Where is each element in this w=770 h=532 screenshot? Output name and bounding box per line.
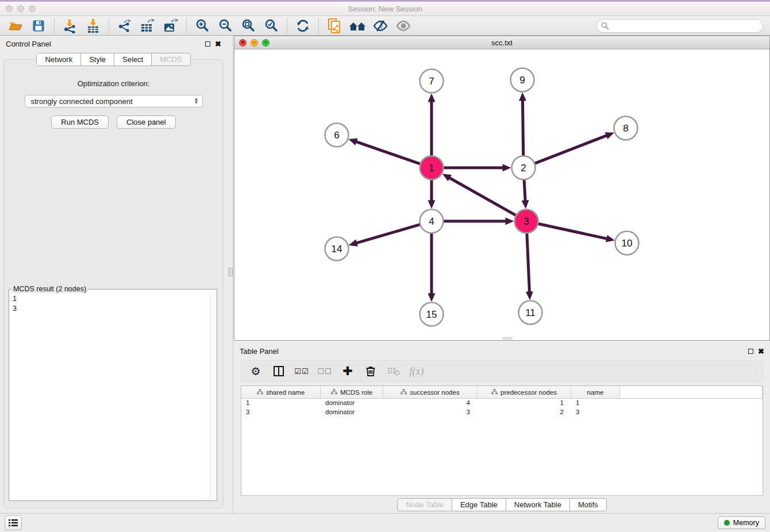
close-panel-button[interactable]: Close panel [117, 115, 176, 129]
memory-button[interactable]: Memory [718, 516, 765, 529]
column-visibility-button[interactable] [270, 363, 287, 380]
graph-node-1[interactable]: 1 [420, 156, 444, 180]
control-panel-tabbar: NetworkStyleSelectMCDS [0, 53, 227, 66]
column-header-predecessor-nodes[interactable]: predecessor nodes [478, 386, 571, 398]
graph-edge-4-15[interactable] [428, 225, 436, 302]
close-panel-icon[interactable]: ✖ [215, 41, 221, 47]
zoom-fit-button[interactable] [237, 17, 259, 34]
open-session-button[interactable] [5, 17, 26, 34]
export-table-button[interactable] [137, 17, 159, 34]
close-table-panel-icon[interactable]: ✖ [758, 349, 764, 354]
graph-edge-4-14[interactable] [349, 222, 429, 246]
tab-network[interactable]: Network [36, 53, 81, 66]
tab-style[interactable]: Style [81, 53, 114, 66]
delete-table-icon [387, 366, 400, 376]
table-cell[interactable]: 1 [478, 399, 571, 408]
table-cell[interactable]: 1 [241, 399, 321, 408]
optimization-criterion-select[interactable]: strongly connected component ▲▼ [25, 95, 203, 107]
tab-motifs[interactable]: Motifs [570, 498, 607, 511]
graph-edge-3-1[interactable] [442, 174, 523, 219]
column-header-successor-nodes[interactable]: successor nodes [383, 386, 478, 398]
column-header-mcds-role[interactable]: MCDS role [321, 386, 383, 398]
tab-node-table[interactable]: Node Table [397, 498, 452, 511]
table-cell[interactable]: 4 [383, 399, 478, 408]
table-settings-button[interactable]: ⚙ [247, 363, 264, 380]
table-cell[interactable]: 3 [571, 408, 620, 417]
mcds-result-list[interactable]: 13 [9, 293, 210, 500]
graph-edge-2-8[interactable] [527, 132, 614, 167]
tab-edge-table[interactable]: Edge Table [452, 498, 506, 511]
graph-edge-1-6[interactable] [348, 138, 428, 167]
column-header-name[interactable]: name [571, 386, 620, 398]
graph-node-6[interactable]: 6 [325, 124, 349, 147]
tab-mcds[interactable]: MCDS [152, 53, 190, 66]
export-image-button[interactable] [160, 17, 182, 34]
column-type-icon [491, 389, 498, 395]
export-network-button[interactable] [114, 17, 136, 34]
graph-edge-2-9[interactable] [519, 92, 526, 164]
hide-selected-button[interactable] [369, 17, 391, 34]
import-network-button[interactable] [59, 17, 81, 34]
table-cell[interactable]: dominator [321, 399, 383, 408]
select-all-rows-button[interactable]: ☑☑ [293, 363, 310, 380]
refresh-button[interactable] [292, 17, 314, 34]
tab-network-table[interactable]: Network Table [506, 498, 570, 511]
delete-table-button[interactable] [385, 363, 402, 380]
graph-edge-3-10[interactable] [530, 222, 615, 242]
table-cell[interactable]: dominator [321, 408, 383, 417]
table-cell[interactable]: 3 [383, 408, 478, 417]
panel-divider[interactable] [227, 36, 234, 513]
table-row[interactable]: 1dominator411 [241, 399, 763, 408]
result-scrollbar[interactable] [210, 293, 217, 500]
graph-node-3[interactable]: 3 [515, 210, 538, 233]
delete-column-button[interactable] [362, 363, 379, 380]
function-builder-button[interactable]: f(x) [408, 363, 425, 380]
graph-node-8[interactable]: 8 [614, 117, 638, 140]
search-input[interactable] [596, 19, 763, 33]
mcds-result-title: MCDS result (2 nodes) [11, 285, 88, 293]
graph-node-10[interactable]: 10 [615, 232, 639, 255]
save-session-button[interactable] [28, 17, 49, 34]
network-graph[interactable]: 1234678910111415 [234, 49, 769, 338]
divider-grip-handle[interactable] [228, 268, 233, 276]
graph-edge-1-7[interactable] [428, 94, 436, 165]
graph-node-9[interactable]: 9 [511, 68, 534, 92]
float-table-panel-icon[interactable] [748, 349, 753, 354]
table-panel-header: Table Panel ✖ [234, 343, 770, 359]
graph-edge-1-2[interactable] [435, 164, 511, 172]
first-neighbors-button[interactable] [346, 17, 368, 34]
svg-text:4: 4 [429, 216, 434, 227]
graph-node-4[interactable]: 4 [420, 210, 444, 233]
column-header-shared-name[interactable]: shared name [241, 386, 321, 398]
network-window-title: scc.txt [234, 38, 769, 47]
network-canvas[interactable]: 1234678910111415 [234, 49, 769, 340]
deselect-all-rows-button[interactable]: ☐☐ [316, 363, 333, 380]
graph-node-11[interactable]: 11 [519, 301, 542, 325]
zoom-selected-button[interactable] [260, 17, 282, 34]
tab-select[interactable]: Select [114, 53, 152, 66]
table-cell[interactable]: 3 [241, 408, 321, 417]
graph-edge-4-3[interactable] [435, 218, 514, 225]
new-network-from-selection-button[interactable] [324, 17, 345, 34]
task-history-button[interactable] [5, 515, 22, 530]
zoom-fit-icon [241, 18, 256, 33]
canvas-resize-grip[interactable] [502, 337, 513, 340]
graph-node-7[interactable]: 7 [420, 70, 444, 93]
show-all-button[interactable] [392, 17, 414, 34]
table-cell[interactable]: 2 [478, 408, 571, 417]
graph-edge-3-11[interactable] [526, 225, 533, 300]
import-table-button[interactable] [82, 17, 104, 34]
graph-node-2[interactable]: 2 [512, 156, 536, 180]
zoom-in-button[interactable] [191, 17, 213, 34]
zoom-out-button[interactable] [214, 17, 236, 34]
table-cell[interactable]: 1 [571, 399, 620, 408]
graph-node-14[interactable]: 14 [325, 237, 349, 261]
add-column-button[interactable]: ✚ [339, 363, 356, 380]
graph-node-15[interactable]: 15 [420, 303, 444, 326]
table-row[interactable]: 3dominator323 [241, 408, 763, 417]
svg-text:1: 1 [429, 163, 434, 174]
status-bar: Memory [0, 513, 770, 532]
float-panel-icon[interactable] [205, 41, 210, 47]
run-mcds-button[interactable]: Run MCDS [51, 115, 109, 129]
svg-text:15: 15 [426, 309, 437, 320]
